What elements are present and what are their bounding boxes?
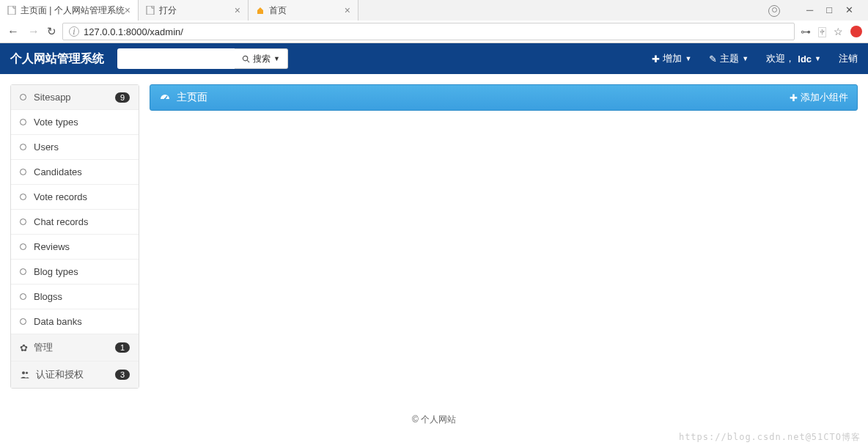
key-icon[interactable]: ⊶ [801, 26, 811, 37]
add-widget-label: 添加小组件 [801, 91, 848, 104]
sidebar-item-label: Reviews [34, 241, 130, 252]
sidebar-item-data-banks[interactable]: Data banks [11, 309, 139, 334]
sidebar-item-candidates[interactable]: Candidates [11, 160, 139, 185]
tab-title: 主页面 | 个人网站管理系统 [21, 4, 125, 17]
sidebar-item-认证和授权[interactable]: 认证和授权3 [11, 361, 139, 388]
search-button-label: 搜索 [253, 53, 271, 65]
count-badge: 9 [115, 92, 130, 103]
welcome-text: 欢迎， [766, 52, 795, 65]
translate-icon[interactable]: 🀄︎ [818, 26, 826, 38]
minimize-icon[interactable]: ─ [806, 4, 813, 16]
caret-down-icon: ▼ [742, 55, 749, 62]
sidebar-item-reviews[interactable]: Reviews [11, 235, 139, 260]
nav-right: ✚ 增加 ▼ ✎ 主题 ▼ 欢迎， ldc ▼ 注销 [652, 52, 858, 65]
bullet-icon [20, 119, 26, 125]
sidebar-item-vote-types[interactable]: Vote types [11, 110, 139, 135]
watermark: https://blog.csdn.net@51CTO博客 [679, 431, 861, 441]
caret-down-icon: ▼ [273, 55, 280, 62]
search-button[interactable]: 搜索 ▼ [235, 48, 288, 69]
username: ldc [798, 54, 812, 65]
url-text: 127.0.0.1:8000/xadmin/ [84, 26, 183, 37]
dashboard-icon [159, 92, 171, 103]
sidebar-item-label: Users [34, 142, 130, 153]
caret-down-icon: ▼ [814, 55, 821, 62]
sidebar-item-label: Sitesapp [34, 92, 115, 103]
add-widget-button[interactable]: ✚ 添加小组件 [790, 91, 848, 104]
svg-point-2 [243, 56, 247, 60]
sidebar-item-sitesapp[interactable]: Sitesapp9 [11, 85, 139, 110]
forward-icon[interactable]: → [26, 25, 41, 38]
magic-icon: ✎ [709, 54, 717, 65]
logout-link[interactable]: 注销 [839, 52, 858, 65]
address-bar: ← → ↻ i 127.0.0.1:8000/xadmin/ ⊶ 🀄︎ ☆ [0, 21, 868, 43]
search-input[interactable] [117, 48, 235, 69]
sidebar-item-chat-records[interactable]: Chat records [11, 210, 139, 235]
bullet-icon [20, 293, 26, 300]
url-input[interactable]: i 127.0.0.1:8000/xadmin/ [62, 23, 795, 40]
tab-title: 首页 [269, 4, 287, 17]
browser-tab[interactable]: 首页 × [249, 0, 358, 21]
bullet-icon [20, 268, 26, 275]
content-area: Sitesapp9Vote typesUsersCandidatesVote r… [0, 74, 868, 399]
bullet-icon [20, 94, 26, 100]
sidebar-item-vote-records[interactable]: Vote records [11, 185, 139, 210]
tab-title: 打分 [159, 4, 177, 17]
tab-home-icon [256, 6, 265, 15]
logout-label: 注销 [839, 52, 858, 65]
svg-point-5 [26, 372, 28, 374]
sidebar-item-label: 管理 [34, 341, 115, 354]
welcome-user[interactable]: 欢迎， ldc ▼ [766, 52, 821, 65]
add-menu[interactable]: ✚ 增加 ▼ [652, 52, 691, 65]
tab-close-icon[interactable]: × [235, 4, 240, 16]
sidebar-item-blog-types[interactable]: Blog types [11, 260, 139, 284]
star-icon[interactable]: ☆ [834, 26, 843, 37]
dashboard-header: 主页面 ✚ 添加小组件 [150, 84, 858, 111]
sidebar-item-label: Blog types [34, 266, 130, 277]
tab-page-icon [7, 6, 16, 15]
sidebar-item-管理[interactable]: ✿管理1 [11, 334, 139, 361]
reload-icon[interactable]: ↻ [47, 25, 56, 38]
search-group: 搜索 ▼ [117, 48, 288, 69]
plus-icon: ✚ [652, 54, 660, 65]
tab-page-icon [146, 6, 155, 15]
back-icon[interactable]: ← [6, 25, 21, 38]
theme-menu[interactable]: ✎ 主题 ▼ [709, 52, 749, 65]
url-action-icons: ⊶ 🀄︎ ☆ [801, 26, 862, 38]
svg-line-3 [247, 60, 249, 62]
tab-close-icon[interactable]: × [125, 4, 130, 16]
sidebar: Sitesapp9Vote typesUsersCandidatesVote r… [10, 84, 139, 389]
caret-down-icon: ▼ [685, 55, 691, 62]
sidebar-item-label: Blogss [34, 291, 130, 302]
bullet-icon [20, 219, 26, 225]
main-panel: 主页面 ✚ 添加小组件 [150, 84, 858, 111]
sidebar-item-users[interactable]: Users [11, 135, 139, 160]
close-icon[interactable]: ✕ [845, 4, 853, 16]
bullet-icon [20, 144, 26, 150]
profile-icon[interactable] [768, 5, 780, 17]
panel-title: 主页面 [177, 91, 207, 104]
browser-tab-active[interactable]: 主页面 | 个人网站管理系统 × [0, 0, 139, 21]
sidebar-item-label: Vote records [34, 191, 130, 202]
svg-rect-1 [147, 6, 154, 15]
count-badge: 3 [115, 370, 130, 380]
theme-label: 主题 [720, 52, 739, 65]
info-icon[interactable]: i [69, 26, 79, 37]
sidebar-item-label: Data banks [34, 316, 130, 327]
tab-bar: 主页面 | 个人网站管理系统 × 打分 × 首页 × ─ □ ✕ [0, 0, 868, 21]
plus-icon: ✚ [790, 92, 798, 103]
site-brand[interactable]: 个人网站管理系统 [10, 51, 104, 67]
tab-close-icon[interactable]: × [345, 4, 350, 16]
extension-icon[interactable] [850, 26, 862, 37]
maximize-icon[interactable]: □ [826, 4, 832, 16]
bullet-icon [20, 243, 26, 250]
window-controls: ─ □ ✕ [768, 4, 862, 16]
sidebar-item-label: Chat records [34, 216, 130, 227]
sidebar-item-label: Candidates [34, 166, 130, 177]
browser-tab[interactable]: 打分 × [139, 0, 249, 21]
sidebar-item-label: Vote types [34, 117, 130, 128]
browser-chrome: 主页面 | 个人网站管理系统 × 打分 × 首页 × ─ □ ✕ ← → ↻ [0, 0, 868, 43]
count-badge: 1 [115, 342, 130, 353]
svg-rect-0 [8, 6, 15, 15]
search-icon [242, 55, 250, 63]
sidebar-item-blogss[interactable]: Blogss [11, 284, 139, 309]
